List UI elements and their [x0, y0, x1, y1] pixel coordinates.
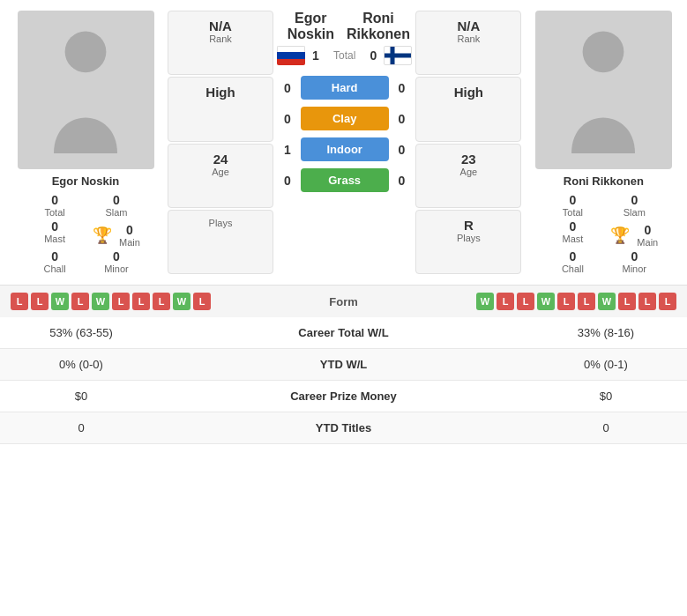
form-badge-l: L — [132, 293, 150, 310]
form-section: LLWLWLLLWL Form WLLWLLWLLL — [0, 285, 687, 317]
left-minor-label: Minor — [104, 263, 129, 274]
left-main-stat: 0 Main — [119, 223, 140, 248]
indoor-right-score: 0 — [391, 143, 412, 157]
right-mast-value: 0 — [570, 219, 577, 234]
indoor-button[interactable]: Indoor — [301, 137, 389, 161]
left-rank-label: Rank — [172, 33, 269, 44]
form-badge-w: W — [173, 293, 190, 310]
left-stats-grid: 0 Total 0 Slam 0 Mast 🏆 0 Main — [31, 193, 140, 274]
right-chall-label: Chall — [562, 263, 584, 274]
comparison-row-0: 53% (63-55)Career Total W/L33% (8-16) — [0, 317, 687, 349]
left-total-stat: 0 Total — [31, 193, 78, 218]
form-badge-l: L — [193, 293, 211, 310]
left-total-label: Total — [44, 207, 64, 218]
left-mast-value: 0 — [51, 219, 58, 234]
form-badge-l: L — [11, 293, 28, 310]
center-section: Egor Noskin Roni Rikkonen 1 Total 0 — [277, 11, 412, 274]
left-silhouette — [18, 11, 154, 169]
comparison-row-1: 0% (0-0)YTD W/L0% (0-1) — [0, 349, 687, 381]
grass-button[interactable]: Grass — [301, 168, 389, 192]
hard-row: 0 Hard 0 — [277, 76, 412, 100]
right-silhouette-svg — [564, 24, 643, 156]
form-badge-l: L — [578, 293, 595, 310]
left-form-badges: LLWLWLLLWL — [11, 293, 211, 310]
left-middle-stats: N/A Rank High 24 Age Plays — [168, 11, 273, 274]
comparison-left-0: 53% (63-55) — [11, 326, 152, 339]
right-age-value: 23 — [420, 152, 517, 167]
right-total-score: 0 — [362, 48, 384, 63]
right-total-value: 0 — [570, 193, 577, 207]
left-player-avatar — [18, 11, 154, 169]
flags-row: 1 Total 0 — [277, 46, 412, 65]
right-minor-label: Minor — [623, 263, 647, 274]
left-slam-label: Slam — [105, 207, 127, 218]
left-age-label: Age — [172, 167, 269, 177]
left-trophy-icon: 🏆 — [93, 227, 112, 243]
left-age-value: 24 — [172, 152, 269, 167]
clay-button[interactable]: Clay — [301, 107, 389, 130]
form-badge-l: L — [112, 293, 130, 310]
grass-right-score: 0 — [391, 174, 412, 188]
right-player-avatar — [535, 11, 672, 169]
center-left-name: Egor Noskin — [277, 11, 345, 42]
comparison-row-2: $0Career Prize Money$0 — [0, 381, 687, 412]
right-slam-stat: 0 Slam — [610, 193, 658, 218]
left-age-box: 24 Age — [168, 144, 273, 208]
left-plays-label: Plays — [172, 218, 269, 228]
right-main-stat: 0 Main — [637, 223, 658, 248]
right-age-box: 23 Age — [415, 144, 521, 208]
form-badge-l: L — [71, 293, 89, 310]
comparison-table: 53% (63-55)Career Total W/L33% (8-16)0% … — [0, 317, 687, 444]
form-badge-w: W — [92, 293, 109, 310]
form-badge-l: L — [31, 293, 49, 310]
form-badge-w: W — [537, 293, 555, 310]
left-mast-stat: 0 Mast — [31, 219, 78, 248]
right-main-label: Main — [637, 237, 658, 248]
comparison-left-1: 0% (0-0) — [11, 358, 152, 371]
right-plays-box: R Plays — [415, 210, 521, 274]
left-player-name: Egor Noskin — [52, 174, 120, 188]
left-slam-value: 0 — [113, 193, 120, 207]
left-mast-label: Mast — [44, 234, 65, 244]
comparison-row-3: 0YTD Titles0 — [0, 412, 687, 444]
form-label: Form — [329, 295, 358, 308]
comparison-label-0: Career Total W/L — [152, 326, 535, 339]
total-row: 1 Total 0 — [305, 48, 384, 63]
form-badge-l: L — [659, 293, 676, 310]
clay-right-score: 0 — [391, 112, 412, 126]
form-badge-w: W — [476, 293, 494, 310]
russia-flag — [277, 46, 305, 65]
right-minor-value: 0 — [631, 249, 638, 263]
right-plays-value: R — [420, 218, 517, 233]
left-main-value: 0 — [126, 223, 133, 237]
center-right-name: Roni Rikkonen — [345, 11, 413, 42]
left-silhouette-svg — [46, 24, 125, 156]
grass-row: 0 Grass 0 — [277, 168, 412, 192]
right-rank-label: Rank — [420, 33, 517, 44]
form-badge-l: L — [557, 293, 575, 310]
left-slam-stat: 0 Slam — [93, 193, 140, 218]
right-rank-box: N/A Rank — [415, 11, 521, 75]
left-rank-box: N/A Rank — [168, 11, 273, 75]
right-silhouette — [535, 11, 672, 169]
right-trophy-row: 🏆 0 Main — [610, 223, 658, 248]
right-middle-stats: N/A Rank High 23 Age R Plays — [415, 11, 521, 274]
right-player-card: Roni Rikkonen 0 Total 0 Slam 0 Mast 🏆 — [525, 11, 682, 274]
right-trophy-icon: 🏆 — [610, 227, 630, 243]
hard-button[interactable]: Hard — [301, 76, 389, 100]
left-total-value: 0 — [51, 193, 58, 207]
left-total-score: 1 — [305, 48, 326, 63]
form-badge-l: L — [517, 293, 534, 310]
comparison-label-3: YTD Titles — [152, 421, 535, 434]
left-plays-box: Plays — [168, 210, 273, 274]
right-age-label: Age — [420, 167, 517, 177]
comparison-left-3: 0 — [11, 421, 152, 434]
left-player-card: Egor Noskin 0 Total 0 Slam 0 Mast 🏆 — [7, 11, 164, 274]
svg-point-0 — [65, 31, 107, 72]
right-slam-value: 0 — [631, 193, 638, 207]
right-total-label: Total — [563, 207, 583, 218]
comparison-right-1: 0% (0-1) — [535, 358, 676, 371]
grass-left-score: 0 — [277, 174, 298, 188]
comparison-right-3: 0 — [535, 421, 676, 434]
right-rank-value: N/A — [420, 19, 517, 33]
